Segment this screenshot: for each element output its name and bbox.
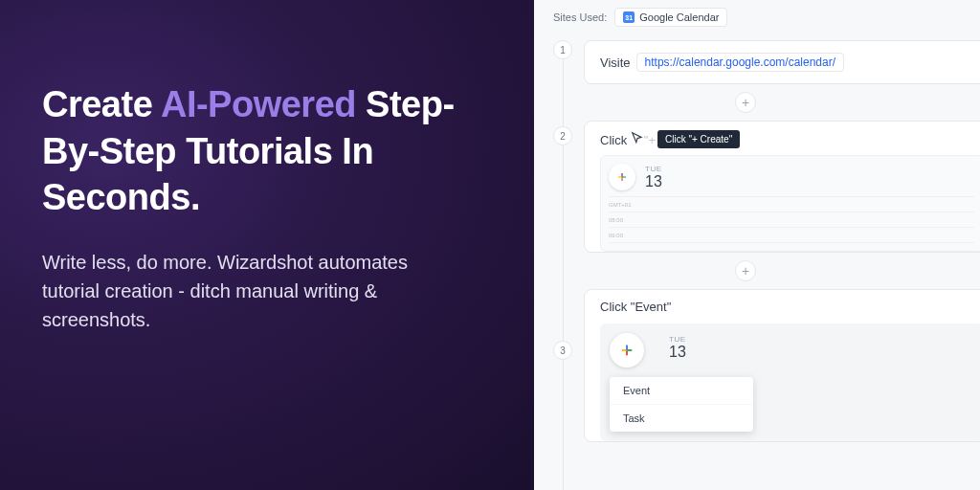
step-number-3: 3 (553, 341, 572, 360)
dropdown-item-event[interactable]: Event (610, 377, 753, 405)
calendar-header: TUE 13 (609, 164, 974, 190)
step-1: 1 Visite https://calendar.google.com/cal… (553, 40, 980, 84)
hero-panel: Create AI-Powered Step-By-Step Tutorials… (0, 0, 534, 490)
step-2-tooltip: Click "+ Create" (657, 130, 740, 148)
site-chip-label: Google Calendar (639, 11, 719, 23)
day-label: TUE 13 (669, 335, 686, 361)
cursor-icon (631, 131, 644, 145)
google-calendar-icon (623, 11, 635, 23)
calendar-screenshot-2: TUE 13 Event Task (600, 323, 980, 441)
step-1-card[interactable]: Visite https://calendar.google.com/calen… (584, 40, 980, 84)
step-1-label: Visite (600, 56, 631, 70)
add-step-button[interactable]: + (735, 92, 756, 113)
calendar-screenshot-1: TUE 13 GMT+01 08:00 09:00 (600, 155, 980, 252)
day-number: 13 (669, 344, 686, 361)
create-button-icon (609, 164, 635, 190)
step-3: 3 Click "Event" TUE 13 Event Task (553, 289, 980, 442)
day-label: TUE 13 (645, 165, 662, 190)
headline-text-pre: Create (42, 84, 161, 124)
step-2-title-pre: Click (600, 133, 631, 147)
sites-used-row: Sites Used: Google Calendar (553, 8, 980, 27)
step-2: 2 Click "+ Create" Click "+ Create" TUE … (553, 121, 980, 253)
time-label: 09:00 (609, 233, 632, 238)
step-number-1: 1 (553, 40, 572, 59)
day-name: TUE (669, 335, 686, 344)
step-3-card[interactable]: Click "Event" TUE 13 Event Task (584, 289, 980, 442)
dropdown-item-task[interactable]: Task (610, 405, 753, 432)
add-step-button[interactable]: + (735, 260, 756, 281)
create-button-icon (610, 333, 644, 368)
time-label: 08:00 (609, 217, 632, 223)
create-dropdown: Event Task (610, 377, 753, 432)
site-chip-google-calendar[interactable]: Google Calendar (614, 8, 727, 27)
tutorial-builder-panel: Sites Used: Google Calendar 1 Visite htt… (534, 0, 980, 490)
step-1-url[interactable]: https://calendar.google.com/calendar/ (636, 53, 844, 72)
steps-timeline: 1 Visite https://calendar.google.com/cal… (553, 40, 980, 442)
step-number-2: 2 (553, 126, 572, 145)
sites-label: Sites Used: (553, 11, 607, 23)
day-name: TUE (645, 165, 662, 173)
step-1-title: Visite https://calendar.google.com/calen… (600, 53, 980, 72)
step-2-title: Click "+ Create" Click "+ Create" (600, 131, 980, 147)
headline-highlight: AI-Powered (161, 84, 356, 124)
step-3-title: Click "Event" (600, 300, 980, 314)
calendar-grid: GMT+01 08:00 09:00 (609, 196, 974, 243)
hero-headline: Create AI-Powered Step-By-Step Tutorials… (42, 81, 492, 221)
time-label: GMT+01 (609, 202, 632, 208)
hero-subtext: Write less, do more. Wizardshot automate… (42, 248, 463, 334)
day-number: 13 (645, 173, 662, 190)
step-2-card[interactable]: Click "+ Create" Click "+ Create" TUE 13 (584, 121, 980, 253)
